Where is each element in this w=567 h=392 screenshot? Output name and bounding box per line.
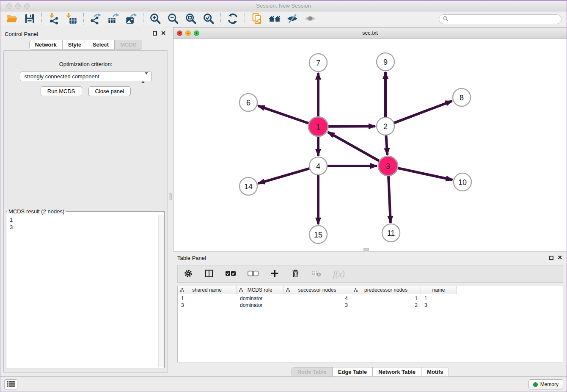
network-canvas[interactable]: 7968124314101511 (173, 39, 567, 251)
graph-node-label: 6 (246, 99, 250, 107)
export-image-button[interactable] (122, 12, 140, 26)
close-panel-button[interactable]: Close panel (88, 86, 131, 96)
column-header-label: MCDS role (248, 287, 272, 293)
table-cell[interactable]: dominator (237, 302, 284, 309)
memory-button[interactable]: Memory (528, 379, 563, 389)
column-header[interactable]: MCDS role (237, 286, 284, 294)
network-close-button[interactable]: ✕ (177, 30, 182, 36)
table-cell[interactable]: 3 (178, 302, 237, 309)
graph-edge-4-14[interactable] (258, 168, 310, 183)
graph-edge-2-3[interactable] (386, 135, 387, 155)
tree-sort-icon (180, 288, 184, 292)
graph-node-label: 8 (460, 94, 464, 102)
hide-details-button[interactable] (284, 12, 301, 26)
graph-edge-3-1[interactable] (328, 132, 380, 161)
import-table-icon (66, 13, 77, 26)
column-header-label: predecessor nodes (364, 287, 407, 293)
home-button[interactable] (266, 12, 284, 26)
table-cell[interactable]: 3 (421, 302, 457, 309)
search-field[interactable] (439, 14, 561, 24)
network-graph[interactable]: 7968124314101511 (173, 39, 567, 251)
settings-gear-icon[interactable] (184, 269, 193, 279)
vertical-splitter-handle[interactable] (169, 193, 172, 200)
tab-motifs[interactable]: Motifs (421, 367, 449, 376)
close-window-button[interactable] (6, 3, 12, 9)
column-header[interactable]: shared name (178, 286, 237, 294)
tab-node-table[interactable]: Node Table (292, 367, 332, 376)
result-scrollbar[interactable] (158, 215, 164, 367)
column-header[interactable]: name (421, 286, 457, 294)
close-panel-icon[interactable]: ✕ (161, 31, 166, 36)
horizontal-splitter-handle[interactable] (363, 248, 369, 251)
export-network-button[interactable] (87, 12, 105, 26)
open-session-button[interactable] (3, 12, 21, 26)
table-cell[interactable]: 1 (178, 295, 237, 302)
graph-node-label: 14 (244, 182, 253, 191)
column-header[interactable]: predecessor nodes (351, 286, 421, 294)
delete-column-icon[interactable] (311, 270, 322, 279)
graph-edge-3-10[interactable] (397, 168, 452, 180)
zoom-out-icon (167, 13, 179, 26)
close-table-panel-icon[interactable]: ✕ (557, 255, 562, 260)
export-image-icon (125, 13, 137, 26)
tab-select[interactable]: Select (87, 40, 114, 49)
graph-edge-1-2[interactable] (328, 126, 375, 127)
table-row[interactable]: 1dominator411 (178, 295, 563, 302)
function-builder-icon[interactable]: f(x) (333, 269, 345, 279)
tab-network[interactable]: Network (30, 40, 62, 49)
show-column-panel-icon[interactable] (204, 269, 214, 279)
graph-edge-2-8[interactable] (394, 101, 452, 123)
import-network-button[interactable] (45, 12, 63, 26)
network-window-titlebar[interactable]: ✕ − + scc.txt (173, 28, 567, 39)
zoom-fit-button[interactable] (182, 12, 200, 26)
column-header[interactable]: successor nodes (284, 286, 351, 294)
select-all-icon[interactable] (225, 270, 236, 278)
tree-sort-icon (239, 288, 243, 292)
float-table-panel-icon[interactable] (549, 256, 553, 260)
delete-row-trash-icon[interactable] (291, 269, 300, 279)
task-history-button[interactable] (4, 379, 17, 389)
toolbar-separator (41, 13, 42, 25)
eye-slash-icon (286, 13, 298, 26)
tab-network-table[interactable]: Network Table (372, 367, 421, 376)
minimize-window-button[interactable] (15, 3, 21, 9)
table-cell[interactable]: 2 (351, 302, 421, 309)
deselect-all-icon[interactable] (248, 270, 259, 278)
export-table-button[interactable] (105, 12, 122, 26)
export-network-icon (90, 13, 102, 26)
table-cell[interactable]: 1 (421, 295, 457, 302)
graph-node-label: 1 (316, 123, 320, 131)
run-mcds-button[interactable]: Run MCDS (41, 86, 82, 96)
zoom-in-button[interactable] (146, 12, 164, 26)
refresh-button[interactable] (224, 12, 242, 26)
table-row[interactable]: 3dominator323 (178, 302, 563, 309)
network-maximize-button[interactable]: + (194, 30, 199, 36)
tab-style[interactable]: Style (62, 40, 87, 49)
add-row-icon[interactable] (270, 269, 279, 279)
zoom-out-button[interactable] (164, 12, 182, 26)
network-file-button[interactable] (248, 12, 266, 26)
tab-edge-table[interactable]: Edge Table (332, 367, 372, 376)
table-cell[interactable]: 1 (351, 295, 421, 302)
import-table-button[interactable] (63, 12, 80, 26)
graph-edge-1-6[interactable] (258, 106, 309, 124)
table-cell[interactable]: 4 (284, 295, 351, 302)
table-cell[interactable]: dominator (237, 295, 284, 302)
window-traffic-lights[interactable] (6, 3, 30, 9)
control-panel-tabs: Network Style Select MCDS (29, 40, 143, 50)
tab-mcds[interactable]: MCDS (114, 40, 142, 49)
graph-edge-3-11[interactable] (388, 176, 391, 223)
zoom-fit-icon (185, 13, 197, 26)
maximize-window-button[interactable] (24, 3, 30, 9)
network-minimize-button[interactable]: − (185, 30, 191, 36)
toolbar-separator (83, 13, 84, 25)
bird-view-button[interactable] (301, 12, 319, 26)
float-panel-icon[interactable] (153, 31, 157, 36)
open-folder-icon (6, 13, 18, 26)
table-cell[interactable]: 3 (284, 302, 351, 309)
save-session-button[interactable] (21, 12, 39, 26)
zoom-selected-button[interactable] (200, 12, 217, 26)
optimization-criterion-select[interactable]: strongly connected component (20, 72, 152, 81)
search-input[interactable] (449, 16, 561, 23)
application-window: Session: New Session (0, 0, 567, 392)
